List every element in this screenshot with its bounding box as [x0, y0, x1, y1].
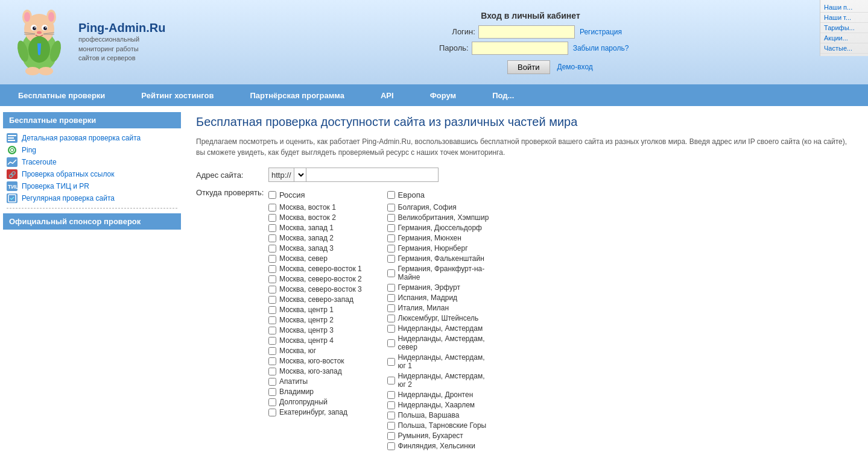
europe-column: Европа Болгария, София Великобритания, Х… — [387, 190, 494, 452]
sidebar-item-detail: Детальная разовая проверка сайта — [7, 133, 177, 143]
protocol-text: http:// — [268, 168, 294, 182]
right-nav-item-3[interactable]: Тарифы... — [820, 23, 868, 33]
page-desc: Предлагаем посмотреть и оценить, как раб… — [196, 136, 856, 158]
nav-hosting-rating[interactable]: Рейтинг хостингов — [123, 84, 232, 106]
check-moscow-ne3: Москва, северо-восток 3 — [268, 285, 375, 293]
nav-partner-program[interactable]: Партнёрская программа — [232, 84, 363, 106]
right-nav-item-5[interactable]: Частые... — [820, 43, 868, 54]
login-button[interactable]: Войти — [507, 60, 550, 74]
check-spain-madrid: Испания, Мадрид — [387, 293, 494, 302]
content-wrapper: Бесплатные проверки Детальная разовая пр… — [0, 106, 868, 458]
check-poland-tarnowskie: Польша, Тарновские Горы — [387, 421, 494, 430]
protocol-select[interactable]: ▼ — [294, 168, 306, 182]
login-area: Вход в личный кабинет Логин: Регистрация… — [193, 11, 868, 74]
password-input[interactable] — [472, 42, 568, 55]
russia-column: Россия Москва, восток 1 Москва, восток 2… — [268, 190, 375, 452]
check-apatity: Апатиты — [268, 377, 375, 386]
check-moscow-east1: Москва, восток 1 — [268, 203, 375, 212]
europe-region-title: Европа — [387, 190, 494, 199]
check-moscow-se: Москва, юго-восток — [268, 357, 375, 365]
svg-point-10 — [34, 27, 36, 28]
nav-free-checks[interactable]: Бесплатные проверки — [0, 84, 123, 106]
demo-link[interactable]: Демо-вход — [557, 63, 593, 71]
check-moscow-west2: Москва, запад 2 — [268, 234, 375, 242]
check-moscow-center2: Москва, центр 2 — [268, 316, 375, 324]
russia-region-title: Россия — [268, 190, 375, 199]
url-protocol: http:// ▼ — [268, 168, 439, 182]
login-title: Вход в личный кабинет — [481, 11, 580, 20]
tic-link[interactable]: Проверка ТИЦ и PR — [22, 182, 89, 190]
login-row: Логин: Регистрация — [439, 25, 622, 39]
check-netherlands-amsterdam-south1: Нидерланды, Амстердам, юг 1 — [387, 353, 494, 370]
nav-more[interactable]: Под... — [474, 84, 532, 106]
traceroute-link[interactable]: Traceroute — [22, 158, 57, 166]
check-form: Адрес сайта: http:// ▼ Откуда проверять: — [196, 168, 856, 452]
right-nav-item-4[interactable]: Акции... — [820, 33, 868, 43]
svg-point-8 — [33, 27, 36, 30]
checkboxes-area: Россия Москва, восток 1 Москва, восток 2… — [268, 190, 493, 452]
sidebar-item-ping: Ping — [7, 145, 177, 155]
check-bulgaria-sofia: Болгария, София — [387, 203, 494, 212]
check-moscow-sw: Москва, юго-запад — [268, 367, 375, 375]
check-italy-milan: Италия, Милан — [387, 304, 494, 312]
url-input[interactable] — [306, 168, 439, 182]
check-vladimir: Владимир — [268, 387, 375, 396]
check-netherlands-dronten: Нидерланды, Дронтен — [387, 391, 494, 399]
forgot-link[interactable]: Забыли пароль? — [573, 44, 629, 52]
svg-rect-26 — [8, 140, 15, 141]
login-input[interactable] — [478, 25, 575, 39]
right-nav-item-2[interactable]: Наши т... — [820, 13, 868, 23]
site-name: Ping-Admin.Ru — [78, 21, 165, 35]
check-germany-frankfurt: Германия, Франкфурт-на-Майне — [387, 265, 494, 281]
check-moscow-center4: Москва, центр 4 — [268, 336, 375, 345]
svg-rect-30 — [7, 157, 17, 167]
regular-link[interactable]: Регулярная проверка сайта — [22, 194, 115, 202]
detail-icon — [7, 133, 19, 143]
check-poland-warsaw: Польша, Варшава — [387, 411, 494, 419]
check-finland-helsinki: Финляндия, Хельсинки — [387, 442, 494, 450]
header: Ping-Admin.Ru профессиональныймониторинг… — [0, 0, 868, 84]
russia-checkbox[interactable] — [268, 191, 276, 199]
sponsor-header: Официальный спонсор проверок — [3, 213, 181, 230]
check-germany-falkenstein: Германия, Фалькенштайн — [387, 254, 494, 263]
check-moscow-west3: Москва, запад 3 — [268, 244, 375, 253]
svg-point-4 — [24, 12, 30, 22]
logo-text: Ping-Admin.Ru профессиональныймониторинг… — [78, 21, 165, 63]
check-germany-dusseldorf: Германия, Дюссельдорф — [387, 224, 494, 232]
svg-text:ТИЦ: ТИЦ — [8, 184, 17, 190]
svg-rect-25 — [8, 137, 14, 139]
backlinks-link[interactable]: Проверка обратных ссылок — [22, 170, 114, 178]
site-desc: профессиональныймониторинг работысайтов … — [78, 35, 165, 63]
address-row: Адрес сайта: http:// ▼ — [196, 168, 856, 182]
mascot — [6, 6, 72, 78]
check-germany-nuremberg: Германия, Нюрнберг — [387, 244, 494, 253]
svg-text:🔗: 🔗 — [8, 171, 16, 178]
nav-forum[interactable]: Форум — [412, 84, 474, 106]
ping-icon — [7, 145, 19, 155]
right-nav-item-1[interactable]: Наши п... — [820, 2, 868, 13]
detail-link[interactable]: Детальная разовая проверка сайта — [22, 134, 141, 142]
check-netherlands-amsterdam: Нидерланды, Амстердам — [387, 324, 494, 333]
sidebar-header: Бесплатные проверки — [3, 112, 181, 128]
svg-point-11 — [45, 27, 46, 28]
check-luxembourg-steinsell: Люксембург, Штейнсель — [387, 314, 494, 322]
sidebar-item-regular: Регулярная проверка сайта — [7, 193, 177, 203]
check-moscow-north: Москва, север — [268, 254, 375, 263]
svg-point-21 — [25, 67, 40, 75]
check-dolgoprudny: Долгопрудный — [268, 398, 375, 406]
check-moscow-south: Москва, юг — [268, 347, 375, 355]
main-nav: Бесплатные проверки Рейтинг хостингов Па… — [0, 84, 868, 106]
tic-icon: ТИЦ — [7, 181, 19, 191]
ping-link[interactable]: Ping — [22, 146, 36, 154]
nav-api[interactable]: API — [363, 84, 412, 106]
sidebar-item-tic: ТИЦ Проверка ТИЦ и PR — [7, 181, 177, 191]
login-label: Логин: — [439, 27, 475, 36]
svg-point-9 — [43, 27, 47, 30]
login-btn-row: Войти Демо-вход — [468, 60, 593, 74]
password-row: Пароль: Забыли пароль? — [432, 42, 629, 55]
check-romania-bucharest: Румыния, Бухарест — [387, 431, 494, 440]
register-link[interactable]: Регистрация — [580, 28, 622, 36]
europe-checkbox[interactable] — [387, 191, 395, 199]
main-content: Бесплатная проверка доступности сайта из… — [184, 106, 868, 458]
sidebar: Бесплатные проверки Детальная разовая пр… — [0, 106, 184, 458]
